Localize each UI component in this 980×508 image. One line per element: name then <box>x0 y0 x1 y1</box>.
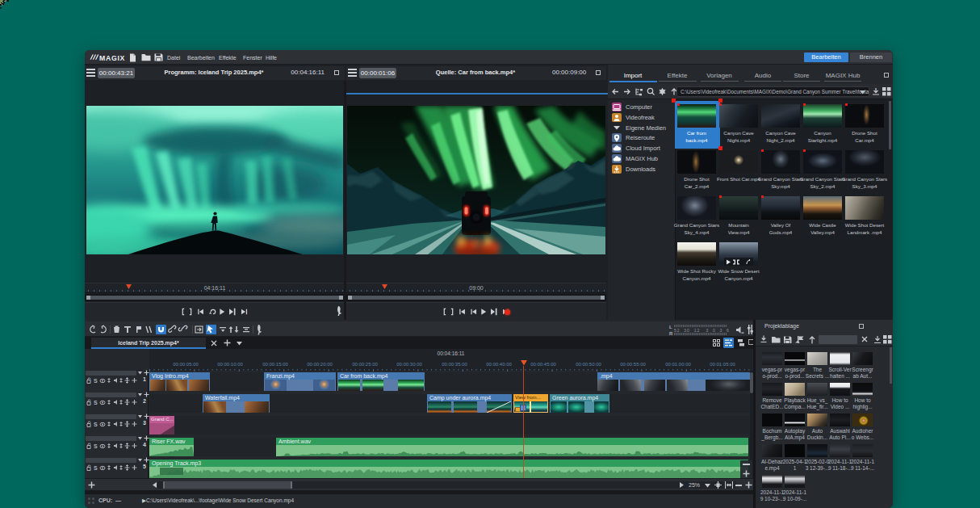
svg-text:S: S <box>94 465 98 471</box>
svg-text:S: S <box>94 378 98 384</box>
svg-text:S: S <box>94 400 98 405</box>
svg-text:S: S <box>94 422 98 427</box>
svg-text:S: S <box>94 443 98 449</box>
svg-text:MAGIX: MAGIX <box>99 54 125 62</box>
